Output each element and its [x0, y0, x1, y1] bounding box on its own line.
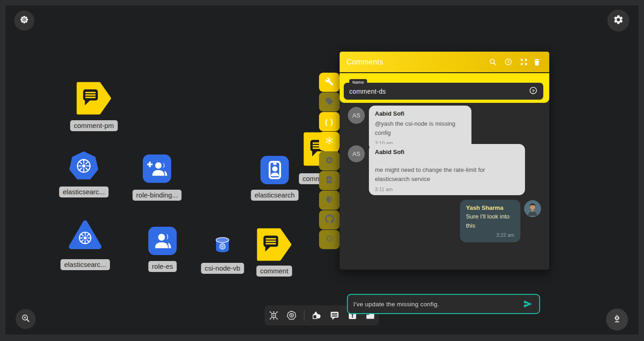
validate-tool-button[interactable] — [319, 171, 340, 190]
design-canvas[interactable]: comment-pm elasticsearc... role-bindin — [5, 5, 639, 335]
mesh-hub-icon — [325, 136, 334, 147]
help-icon[interactable]: ? — [500, 58, 516, 66]
role-binding-icon — [143, 155, 171, 183]
security-tool-button[interactable] — [319, 191, 340, 210]
node-role-binding[interactable]: role-binding... — [143, 155, 171, 185]
comment-message-own: Yash Sharma Sure I'll look into this 3:2… — [460, 200, 520, 242]
service-account-badge-icon — [260, 156, 289, 184]
config-json-button[interactable]: { } — [319, 112, 340, 131]
wrench-icon — [325, 77, 334, 88]
fullscreen-icon[interactable] — [516, 58, 531, 66]
name-field[interactable]: ? — [344, 83, 543, 100]
name-field-label: Name — [349, 79, 367, 86]
message-author: Aabid Sofi — [375, 110, 465, 117]
node-label: elasticsearc... — [60, 259, 110, 270]
comment-shape-icon — [76, 81, 111, 115]
settings-tool-button[interactable] — [319, 151, 340, 170]
node-elasticsearch-heptagon[interactable]: elasticsearc... — [69, 151, 98, 182]
search-icon[interactable] — [485, 58, 500, 66]
name-input[interactable] — [349, 88, 529, 95]
svg-text:?: ? — [532, 88, 535, 93]
node-elasticsearch-serviceaccount[interactable]: elasticsearch — [260, 156, 289, 186]
comment-tool-icon[interactable] — [329, 310, 340, 321]
name-section: ? Name — [340, 72, 549, 103]
field-help-icon[interactable]: ? — [529, 86, 538, 97]
node-label: role-es — [148, 261, 177, 272]
node-comment[interactable]: comment — [257, 228, 292, 263]
github-icon — [325, 214, 334, 225]
tag-icon — [325, 97, 334, 107]
delete-icon[interactable] — [531, 58, 542, 66]
configure-tool-button[interactable] — [319, 73, 340, 92]
csi-cylinder-icon — [215, 236, 230, 255]
node-label: elasticsearc... — [59, 186, 108, 197]
message-text: me might need to change the rate-limit f… — [375, 165, 519, 184]
comment-message: Aabid Sofi me might need to change the r… — [369, 144, 525, 195]
user-photo — [524, 200, 541, 217]
node-label: comment — [256, 266, 292, 277]
kubernetes-triangle-icon — [68, 219, 102, 250]
toolbar-divider — [304, 310, 304, 321]
panel-title: Comments — [346, 58, 485, 66]
node-csi-node-vb[interactable]: csi-node-vb — [215, 236, 230, 256]
github-tool-button[interactable] — [319, 210, 340, 229]
node-label: role-binding... — [133, 190, 182, 201]
comment-shape-icon — [257, 228, 292, 261]
settings-button[interactable] — [607, 10, 629, 32]
comments-panel: Comments ? — [340, 52, 549, 270]
shield-icon — [325, 195, 334, 206]
zoom-in-icon — [21, 313, 31, 325]
app-logo-button[interactable] — [14, 11, 34, 31]
node-role-es[interactable]: role-es — [148, 227, 177, 257]
comment-input-wrap[interactable] — [347, 294, 540, 314]
doc-search-icon — [325, 176, 334, 186]
message-text: Sure I'll look into this — [466, 212, 514, 230]
app-window: comment-pm elasticsearc... role-bindin — [0, 0, 644, 341]
message-time: 3:22 am — [466, 232, 514, 238]
mesh-tool-button[interactable] — [319, 132, 340, 151]
send-icon[interactable] — [522, 299, 534, 309]
avatar: AS — [348, 145, 365, 162]
tag-tool-button[interactable] — [319, 92, 340, 112]
node-elasticsearch-triangle[interactable]: elasticsearc... — [68, 219, 102, 252]
avatar-photo — [524, 200, 541, 217]
role-icon — [148, 227, 177, 255]
message-time: 3:11 am — [375, 186, 519, 192]
shapes-icon[interactable] — [311, 310, 322, 321]
node-comment-pm[interactable]: comment-pm — [76, 81, 111, 117]
comment-input[interactable] — [353, 301, 522, 308]
history-tool-button[interactable] — [319, 230, 340, 249]
message-author: Yash Sharma — [466, 204, 514, 211]
gear-icon — [613, 14, 624, 27]
history-icon — [325, 234, 334, 245]
message-text: @yash the csi-node is missing config — [375, 119, 465, 138]
message-author: Aabid Sofi — [375, 149, 519, 155]
node-action-toolbar: { } — [319, 73, 340, 250]
kubernetes-icon[interactable] — [286, 310, 297, 321]
comments-thread: AS Aabid Sofi @yash the csi-node is miss… — [340, 103, 549, 269]
pen-tool-button[interactable] — [606, 309, 628, 330]
svg-text:?: ? — [507, 60, 509, 64]
comments-panel-header[interactable]: Comments ? — [340, 52, 549, 72]
node-label: csi-node-vb — [201, 263, 244, 274]
circuit-icon[interactable] — [268, 310, 279, 321]
flower-logo-icon — [19, 15, 29, 27]
braces-icon: { } — [325, 118, 334, 126]
zoom-button[interactable] — [16, 309, 36, 329]
node-label: comment-pm — [70, 120, 118, 131]
gear-icon — [325, 156, 334, 166]
avatar: AS — [348, 107, 365, 124]
kubernetes-heptagon-icon — [69, 151, 98, 181]
pen-nib-icon — [612, 313, 622, 326]
node-label: elasticsearch — [251, 190, 298, 201]
